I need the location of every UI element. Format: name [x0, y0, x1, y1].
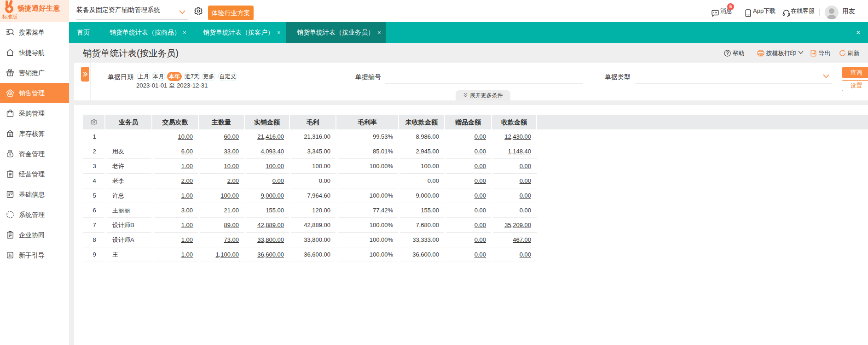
svg-text:新: 新: [8, 253, 12, 257]
